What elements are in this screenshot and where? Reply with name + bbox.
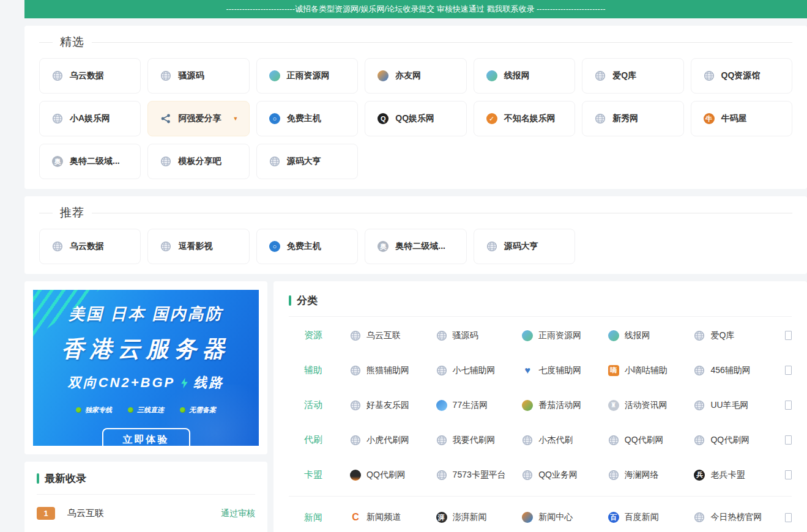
globe-icon: [694, 330, 705, 341]
more-box-icon[interactable]: [785, 470, 792, 479]
latest-item: 1乌云互联通过审核: [37, 507, 255, 520]
category-row: 辅助熊猫辅助网小七辅助网♥七度辅助网嘀小嘀咕辅助456辅助网: [289, 353, 792, 388]
category-site-link[interactable]: 海澜网络: [608, 470, 694, 481]
category-site-link[interactable]: QQ代刷网: [694, 435, 780, 446]
site-card[interactable]: 阿强爱分享▼: [147, 101, 249, 136]
category-site-link[interactable]: 乌云互联: [350, 330, 436, 341]
site-card[interactable]: 线报网: [474, 58, 575, 94]
category-site-link[interactable]: 77生活网: [436, 400, 523, 411]
category-site-link[interactable]: 熊猫辅助网: [350, 365, 436, 376]
experience-now-button[interactable]: 立即体验: [102, 428, 190, 446]
ad-feature-label: 三线直连: [137, 405, 164, 415]
site-label: 乌云数据: [70, 70, 104, 81]
globe-icon: [704, 70, 715, 81]
site-label: 免费主机: [287, 113, 321, 124]
more-box-icon[interactable]: [785, 331, 792, 340]
site-card[interactable]: 爱Q库: [582, 58, 683, 94]
site-card[interactable]: 小A娱乐网: [39, 101, 141, 136]
category-site-link[interactable]: 湃澎湃新闻: [436, 512, 523, 523]
site-card[interactable]: 模板分享吧: [147, 144, 249, 179]
latest-title: 最新收录: [45, 471, 86, 486]
site-label: 爱Q库: [710, 330, 734, 341]
more-box-icon[interactable]: [785, 366, 792, 375]
category-site-link[interactable]: 我要代刷网: [436, 435, 523, 446]
verified-badge-icon: ✓: [486, 113, 497, 124]
site-label: 澎湃新闻: [453, 512, 487, 523]
site-card[interactable]: 牛牛码屋: [691, 101, 792, 136]
latest-item-status[interactable]: 通过审核: [221, 508, 255, 519]
category-label[interactable]: 辅助: [304, 364, 350, 376]
site-card[interactable]: 乌云数据: [39, 58, 141, 94]
viking-helmet-icon: 奥: [377, 241, 389, 252]
site-label: 模板分享吧: [178, 156, 221, 167]
green-dot-icon: [76, 407, 81, 413]
site-card[interactable]: 乌云数据: [39, 229, 141, 264]
site-label: 新闻频道: [366, 512, 401, 523]
category-label[interactable]: 卡盟: [304, 469, 350, 481]
category-site-link[interactable]: 小虎代刷网: [350, 435, 436, 446]
category-site-link[interactable]: QQ代刷网: [608, 435, 694, 446]
site-card[interactable]: ○免费主机: [256, 229, 358, 264]
category-site-link[interactable]: ♜活动资讯网: [608, 400, 694, 411]
category-site-link[interactable]: 百百度新闻: [608, 512, 694, 523]
category-site-link[interactable]: 456辅助网: [694, 365, 780, 376]
category-site-link[interactable]: 番茄活动网: [522, 400, 608, 411]
site-card[interactable]: 源码大亨: [474, 229, 575, 264]
q-letter-icon: Q: [377, 113, 389, 124]
category-site-link[interactable]: ♥七度辅助网: [522, 365, 608, 376]
header-line-right: [92, 42, 792, 43]
categories-title: 分类: [297, 294, 318, 308]
site-card[interactable]: 骚源码: [147, 58, 249, 94]
more-box-icon[interactable]: [785, 435, 792, 445]
site-card[interactable]: QQ资源馆: [691, 58, 792, 94]
more-box-icon[interactable]: [785, 513, 792, 522]
site-card[interactable]: 奥奥特二级域...: [39, 144, 141, 179]
hosting-globe-icon: ○: [269, 241, 280, 252]
category-label[interactable]: 新闻: [304, 512, 350, 523]
site-card[interactable]: 奥奥特二级域...: [365, 229, 466, 264]
category-site-link[interactable]: QQ代刷网: [350, 470, 436, 481]
site-label: 今日热榜官网: [710, 512, 762, 523]
category-site-link[interactable]: 小七辅助网: [436, 365, 523, 376]
notice-bar[interactable]: --------------------------诚招各类型资源网/娱乐网/论…: [24, 0, 807, 18]
cloud-trend-icon: [486, 70, 497, 81]
site-card[interactable]: ✓不知名娱乐网: [474, 101, 575, 136]
site-card[interactable]: 正雨资源网: [256, 58, 358, 94]
category-label[interactable]: 代刷: [304, 434, 350, 446]
bird-icon: [377, 70, 389, 81]
category-site-link[interactable]: 骚源码: [436, 330, 523, 341]
site-card[interactable]: 新秀网: [582, 101, 683, 136]
viking-helmet-icon: 奥: [52, 156, 63, 167]
category-site-link[interactable]: 7573卡盟平台: [436, 470, 523, 481]
category-site-link[interactable]: 兵老兵卡盟: [694, 470, 780, 481]
category-site-link[interactable]: 好基友乐园: [350, 400, 436, 411]
category-site-link[interactable]: QQ业务网: [522, 470, 608, 481]
category-site-link[interactable]: 爱Q库: [694, 330, 780, 341]
heart-icon: ♥: [522, 365, 533, 376]
cloud-server-ad-banner[interactable]: 美国 日本 国内高防 香港云服务器 双向CN2+BGP 线路 独家专线三线直连无…: [33, 290, 259, 446]
site-label: 77生活网: [453, 400, 488, 411]
latest-item-label[interactable]: 乌云互联: [67, 508, 104, 519]
more-box-icon[interactable]: [785, 401, 792, 410]
category-site-link[interactable]: 正雨资源网: [522, 330, 608, 341]
category-label[interactable]: 活动: [304, 399, 350, 411]
recommended-grid: 乌云数据逗看影视○免费主机奥奥特二级域...源码大亨: [39, 229, 792, 264]
category-site-link[interactable]: C新闻频道: [350, 512, 436, 523]
main-row: 美国 日本 国内高防 香港云服务器 双向CN2+BGP 线路 独家专线三线直连无…: [24, 281, 807, 532]
category-label[interactable]: 资源: [304, 330, 350, 341]
category-site-link[interactable]: 新闻中心: [522, 512, 608, 523]
site-card[interactable]: ○免费主机: [256, 101, 358, 136]
site-card[interactable]: 亦友网: [365, 58, 466, 94]
globe-icon: [608, 470, 619, 481]
category-site-link[interactable]: 小杰代刷: [522, 435, 608, 446]
site-card[interactable]: 逗看影视: [147, 229, 249, 264]
site-card[interactable]: QQQ娱乐网: [365, 101, 466, 136]
site-card[interactable]: 源码大亨: [256, 144, 358, 179]
rank-badge: 1: [37, 507, 55, 520]
category-site-link[interactable]: UU羊毛网: [694, 400, 780, 411]
category-site-link[interactable]: 嘀小嘀咕辅助: [608, 365, 694, 376]
category-site-link[interactable]: 线报网: [608, 330, 694, 341]
left-column: 美国 日本 国内高防 香港云服务器 双向CN2+BGP 线路 独家专线三线直连无…: [24, 281, 267, 532]
globe-icon: [350, 365, 361, 376]
category-site-link[interactable]: 今日热榜官网: [694, 512, 780, 523]
